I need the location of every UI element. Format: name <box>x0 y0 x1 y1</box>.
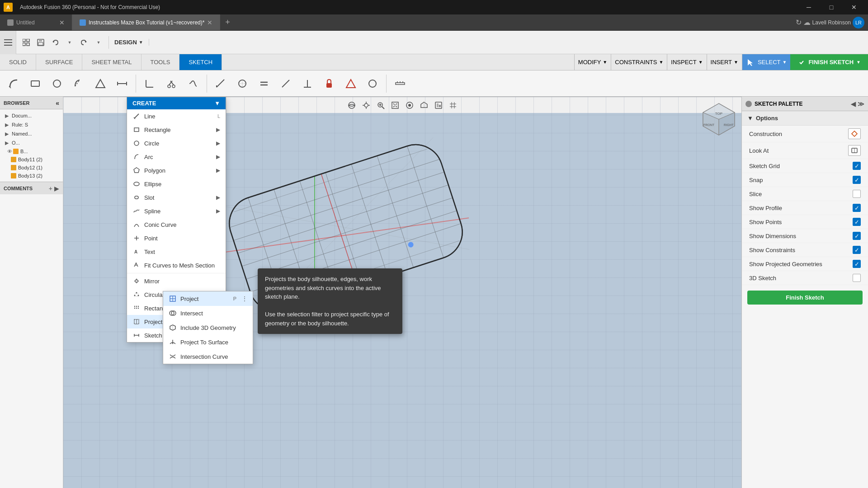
tab-close-maze[interactable]: ✕ <box>207 19 212 26</box>
save-button[interactable] <box>34 36 47 49</box>
redo-button[interactable] <box>78 36 90 49</box>
options-section-header[interactable]: ▼ Options <box>742 111 868 126</box>
tab-maze-box[interactable]: Instructables Maze Box Tutorial (v1~reco… <box>72 14 220 30</box>
tab-close-untitled[interactable]: ✕ <box>59 19 65 26</box>
nav-tab-sketch[interactable]: SKETCH <box>179 54 222 70</box>
menu-item-circle[interactable]: Circle ▶ <box>127 136 226 150</box>
submenu-intersect[interactable]: Intersect <box>163 306 253 320</box>
ribbon-measure-tool[interactable] <box>390 74 410 94</box>
comments-expand-icon[interactable]: ▶ <box>54 185 59 192</box>
select-group[interactable]: SELECT ▼ <box>742 54 790 70</box>
ribbon-perpendicular-tool[interactable] <box>297 74 317 94</box>
svg-text:TOP: TOP <box>715 112 722 116</box>
cloud-icon[interactable]: ☁ <box>803 18 811 27</box>
menu-item-line[interactable]: Line L <box>127 109 226 123</box>
avatar[interactable]: LR <box>853 17 864 28</box>
spline-label: Spline <box>144 208 160 215</box>
minimize-button[interactable]: ─ <box>798 0 819 14</box>
finish-sketch-button[interactable]: FINISH SKETCH ▼ <box>790 54 868 70</box>
ribbon-dimension-tool[interactable] <box>112 74 132 94</box>
palette-minimize-icon[interactable]: ◀ <box>851 100 856 108</box>
ribbon-extend-tool[interactable] <box>183 74 203 94</box>
workspace-label[interactable]: DESIGN ▼ <box>109 39 149 46</box>
sidebar-toggle[interactable] <box>0 31 16 54</box>
ribbon-triangle-tool[interactable] <box>90 74 110 94</box>
browser-item-rules[interactable]: ▶ Rule: S <box>0 120 63 129</box>
ribbon-arc2-tool[interactable] <box>69 74 89 94</box>
menu-item-point[interactable]: Point <box>127 231 226 245</box>
ribbon-triangle2-tool[interactable] <box>341 74 361 94</box>
menu-item-ellipse[interactable]: Ellipse <box>127 177 226 191</box>
ribbon-arc-tool[interactable] <box>4 74 24 94</box>
create-menu-header[interactable]: CREATE ▼ <box>127 97 226 109</box>
sidebar-collapse-icon[interactable]: « <box>56 99 59 107</box>
slice-check[interactable] <box>853 190 861 198</box>
modify-group[interactable]: MODIFY ▼ <box>574 54 611 70</box>
nav-tab-surface[interactable]: SURFACE <box>36 54 82 70</box>
grid-button[interactable] <box>20 36 33 49</box>
project-pin-icon[interactable]: ⋮ <box>242 296 247 302</box>
insert-group[interactable]: INSERT ▼ <box>707 54 742 70</box>
ribbon-diagonal-tool[interactable] <box>276 74 296 94</box>
finish-sketch-bottom-button[interactable]: Finish Sketch <box>747 291 863 305</box>
slice-label: Slice <box>749 191 762 197</box>
3d-sketch-check[interactable] <box>853 274 861 282</box>
undo-dropdown[interactable]: ▼ <box>63 36 76 49</box>
eye-icon[interactable]: 👁 <box>7 149 12 154</box>
ribbon-scissors-tool[interactable] <box>161 74 181 94</box>
show-dimensions-check[interactable]: ✓ <box>853 232 861 240</box>
look-at-icon-btn[interactable] <box>848 145 861 156</box>
sketch-grid-check[interactable]: ✓ <box>853 162 861 170</box>
menu-item-polygon[interactable]: Polygon ▶ <box>127 164 226 177</box>
palette-expand-icon[interactable]: ≫ <box>858 100 864 108</box>
menu-item-spline[interactable]: Spline ▶ <box>127 204 226 218</box>
inspect-group[interactable]: INSPECT ▼ <box>667 54 706 70</box>
browser-item-named[interactable]: ▶ Named... <box>0 129 63 138</box>
browser-item-body13[interactable]: Body13 (2) <box>0 172 63 180</box>
ribbon-line-tool[interactable] <box>211 74 231 94</box>
show-constraints-check[interactable]: ✓ <box>853 246 861 254</box>
browser-item-o[interactable]: ▶ O... <box>0 138 63 147</box>
show-projected-check[interactable]: ✓ <box>853 260 861 268</box>
refresh-icon[interactable]: ↻ <box>796 18 802 27</box>
browser-item-body12[interactable]: Body12 (1) <box>0 164 63 172</box>
menu-item-arc[interactable]: Arc ▶ <box>127 150 226 164</box>
browser-item-body11[interactable]: Body11 (2) <box>0 155 63 164</box>
submenu-intersection-curve[interactable]: Intersection Curve <box>163 349 253 364</box>
ribbon-rect-tool[interactable] <box>25 74 45 94</box>
add-comment-button[interactable]: + <box>49 185 52 192</box>
close-button[interactable]: ✕ <box>844 0 864 14</box>
ribbon-circle-tool[interactable] <box>47 74 67 94</box>
tab-untitled[interactable]: Untitled ✕ <box>0 14 72 30</box>
new-tab-button[interactable]: + <box>220 14 235 30</box>
view-cube[interactable]: TOP FRONT RIGHT <box>701 101 737 137</box>
browser-item-b[interactable]: 👁 B... <box>0 147 63 155</box>
snap-check[interactable]: ✓ <box>853 176 861 184</box>
maximize-button[interactable]: □ <box>821 0 842 14</box>
show-points-check[interactable]: ✓ <box>853 218 861 226</box>
menu-item-conic-curve[interactable]: Conic Curve <box>127 218 226 231</box>
redo-dropdown[interactable]: ▼ <box>92 36 105 49</box>
nav-tab-tools[interactable]: TOOLS <box>142 54 180 70</box>
svg-point-86 <box>136 306 137 307</box>
show-profile-check[interactable]: ✓ <box>853 204 861 212</box>
ribbon-fillet-tool[interactable] <box>140 74 160 94</box>
menu-item-rectangle[interactable]: Rectangle ▶ <box>127 123 226 136</box>
menu-item-fit-curves[interactable]: Fit Curves to Mesh Section <box>127 258 226 272</box>
nav-tab-sheet-metal[interactable]: SHEET METAL <box>82 54 141 70</box>
menu-item-mirror[interactable]: Mirror <box>127 274 226 288</box>
undo-button[interactable] <box>49 36 61 49</box>
ribbon-circle2-tool[interactable] <box>232 74 252 94</box>
ribbon-lock-tool[interactable] <box>319 74 339 94</box>
menu-item-text[interactable]: A Text <box>127 245 226 258</box>
submenu-include-3d[interactable]: Include 3D Geometry <box>163 320 253 335</box>
submenu-project-to-surface[interactable]: Project To Surface <box>163 335 253 349</box>
menu-item-slot[interactable]: Slot ▶ <box>127 191 226 204</box>
ribbon-equals-tool[interactable] <box>254 74 274 94</box>
nav-tab-solid[interactable]: SOLID <box>0 54 36 70</box>
constraints-group[interactable]: CONSTRAINTS ▼ <box>611 54 667 70</box>
browser-item-documents[interactable]: ▶ Docum... <box>0 111 63 120</box>
submenu-project[interactable]: Project P ⋮ <box>163 291 253 306</box>
ribbon-circle3-tool[interactable] <box>363 74 382 94</box>
construction-icon-btn[interactable] <box>848 128 861 139</box>
